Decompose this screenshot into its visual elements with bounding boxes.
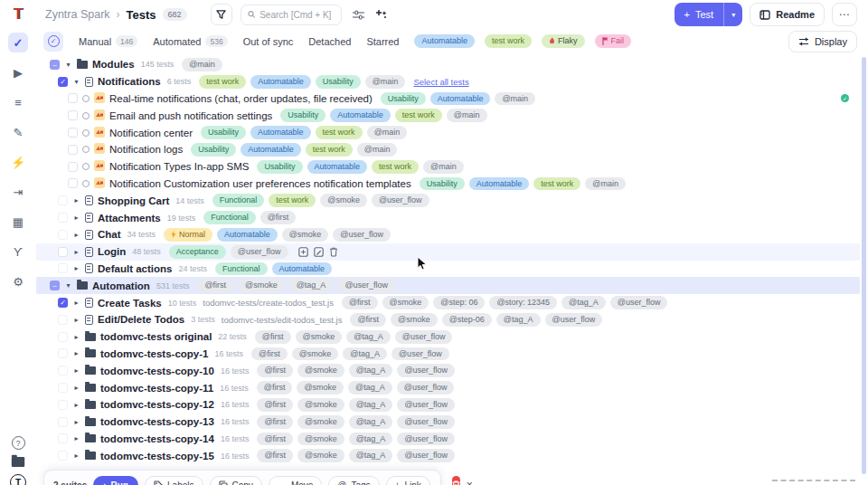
- tree-row[interactable]: ▸Login48 testsAcceptance@user_flow: [36, 243, 860, 261]
- tag-chip[interactable]: test work: [199, 75, 246, 89]
- tag-chip[interactable]: @smoke: [297, 449, 344, 462]
- row-title[interactable]: todomvc-tests original: [100, 331, 212, 342]
- tree-row[interactable]: ▸Default actions24 testsFunctionalAutoma…: [36, 261, 860, 278]
- tag-chip[interactable]: @main: [367, 126, 408, 139]
- row-checkbox[interactable]: [58, 195, 68, 205]
- row-checkbox[interactable]: –: [50, 281, 60, 290]
- row-title[interactable]: todomvc-tests-copy-14: [100, 433, 214, 444]
- tag-chip[interactable]: @smoke: [297, 381, 344, 395]
- chevron-right-icon[interactable]: ▸: [72, 452, 80, 460]
- tag-chip[interactable]: @step: 06: [433, 296, 485, 309]
- tree-row[interactable]: ▸todomvc-tests original22 tests@first@sm…: [36, 328, 860, 346]
- breadcrumb-project[interactable]: Zyntra Spark: [45, 8, 110, 21]
- sidebar-item-analytics-icon[interactable]: ▦: [8, 212, 28, 232]
- sidebar-item-pulse-icon[interactable]: ⚡: [8, 152, 28, 172]
- row-title[interactable]: Create Tasks: [98, 298, 162, 309]
- tree-row[interactable]: –▾Automation531 tests@first@smoke@tag_A@…: [36, 277, 860, 294]
- help-icon[interactable]: ?: [12, 436, 25, 450]
- tag-chip[interactable]: Automatable: [217, 228, 278, 242]
- sidebar-item-branches-icon[interactable]: ϒ: [8, 242, 28, 262]
- tag-chip[interactable]: @first: [257, 415, 293, 429]
- tag-chip[interactable]: @tag_A: [349, 433, 393, 446]
- severity-circle-icon[interactable]: [82, 180, 90, 187]
- tag-chip[interactable]: @user_flow: [395, 330, 453, 344]
- tag-chip[interactable]: Usability: [420, 177, 465, 191]
- tag-chip[interactable]: Automatable: [330, 109, 391, 122]
- tag-chip[interactable]: @smoke: [297, 433, 344, 446]
- tag-chip[interactable]: @story: 12345: [489, 296, 557, 309]
- tag-chip[interactable]: Automatable: [307, 160, 368, 174]
- tag-chip[interactable]: test work: [395, 109, 442, 122]
- filter-item-manual[interactable]: Manual146: [79, 35, 137, 47]
- row-title[interactable]: Default actions: [98, 263, 172, 274]
- chevron-right-icon[interactable]: ▸: [72, 418, 80, 426]
- row-checkbox[interactable]: –: [50, 60, 60, 70]
- row-checkbox[interactable]: ✓: [58, 77, 68, 87]
- row-checkbox[interactable]: [58, 263, 68, 273]
- tag-chip[interactable]: @smoke: [391, 313, 438, 327]
- row-checkbox[interactable]: ✓: [58, 298, 68, 308]
- tag-chip[interactable]: Fail: [595, 34, 632, 48]
- row-title[interactable]: todomvc-tests-copy-12: [100, 399, 214, 410]
- vertical-scrollbar[interactable]: [862, 57, 866, 474]
- tree-row[interactable]: Notification Customization user preferen…: [36, 176, 860, 193]
- tree-row[interactable]: ▸todomvc-tests-copy-1416 tests@first@smo…: [36, 431, 860, 448]
- profile-avatar[interactable]: T: [10, 474, 26, 485]
- tag-chip[interactable]: test work: [269, 194, 316, 207]
- chevron-right-icon[interactable]: ▸: [72, 366, 80, 375]
- row-title[interactable]: Edit/Delete Todos: [98, 314, 184, 325]
- filter-item-automated[interactable]: Automated536: [153, 35, 227, 47]
- ai-create-button[interactable]: [375, 9, 387, 20]
- tree-row[interactable]: ▸todomvc-tests-copy-1316 tests@first@smo…: [36, 414, 860, 431]
- row-title[interactable]: Modules: [92, 59, 135, 70]
- sidebar-item-runs-icon[interactable]: ▶: [8, 62, 28, 82]
- row-checkbox[interactable]: [58, 433, 68, 443]
- tree-row[interactable]: ▸Chat34 testsNormalAutomatable@smoke@use…: [36, 226, 860, 243]
- sidebar-item-tests-icon[interactable]: ✓: [8, 33, 28, 52]
- tag-chip[interactable]: Usability: [381, 92, 426, 106]
- tag-chip[interactable]: Normal: [164, 228, 212, 242]
- search-box[interactable]: [241, 5, 342, 25]
- labels-button[interactable]: Labels: [145, 476, 203, 485]
- row-checkbox[interactable]: [58, 366, 68, 376]
- adjustments-button[interactable]: [353, 10, 364, 20]
- row-title[interactable]: Notification logs: [109, 144, 183, 155]
- tag-chip[interactable]: @tag_A: [348, 381, 392, 395]
- chevron-down-icon[interactable]: ▾: [64, 61, 72, 69]
- tree-row[interactable]: ▸todomvc-tests-copy-1116 tests@first@smo…: [36, 379, 860, 396]
- tag-chip[interactable]: @main: [585, 177, 626, 191]
- row-checkbox[interactable]: [68, 145, 78, 155]
- row-title[interactable]: Notifications: [98, 76, 161, 87]
- row-title[interactable]: Notification Types In-app SMS: [109, 161, 249, 172]
- tag-chip[interactable]: @first: [257, 398, 293, 412]
- chevron-down-icon[interactable]: ▾: [64, 281, 72, 290]
- tag-chip[interactable]: @tag_A: [346, 330, 391, 344]
- tag-chip[interactable]: Automatable: [414, 34, 475, 48]
- row-checkbox[interactable]: [58, 332, 68, 342]
- row-checkbox[interactable]: [58, 383, 68, 393]
- tag-chip[interactable]: @user_flow: [545, 313, 603, 327]
- chevron-right-icon[interactable]: ▸: [72, 401, 80, 409]
- chevron-right-icon[interactable]: ▸: [72, 248, 80, 256]
- tag-chip[interactable]: @user_flow: [333, 228, 391, 242]
- tag-chip[interactable]: @first: [255, 330, 291, 344]
- tag-chip[interactable]: Usability: [257, 160, 302, 174]
- tree-row[interactable]: –▾Modules145 tests@main: [36, 56, 860, 73]
- tag-chip[interactable]: @tag_A: [289, 279, 334, 292]
- page-title[interactable]: Tests: [127, 8, 156, 22]
- tag-chip[interactable]: Functional: [212, 194, 265, 207]
- tag-chip[interactable]: @main: [357, 143, 398, 157]
- projects-folder-icon[interactable]: [12, 457, 24, 467]
- tree-row[interactable]: Notification Types In-app SMSUsabilityAu…: [36, 158, 860, 176]
- tag-chip[interactable]: @main: [182, 58, 222, 71]
- tag-chip[interactable]: @first: [251, 347, 288, 361]
- tag-chip[interactable]: test work: [306, 143, 353, 157]
- chevron-right-icon[interactable]: ▸: [72, 299, 80, 307]
- chevron-right-icon[interactable]: ▸: [72, 316, 80, 324]
- chevron-right-icon[interactable]: ▸: [72, 231, 80, 239]
- tag-chip[interactable]: @smoke: [282, 228, 329, 242]
- row-title[interactable]: todomvc-tests-copy-10: [100, 366, 214, 376]
- delete-suite-icon[interactable]: [329, 247, 338, 257]
- tag-chip[interactable]: Functional: [215, 262, 268, 276]
- tag-chip[interactable]: @user_flow: [397, 415, 455, 429]
